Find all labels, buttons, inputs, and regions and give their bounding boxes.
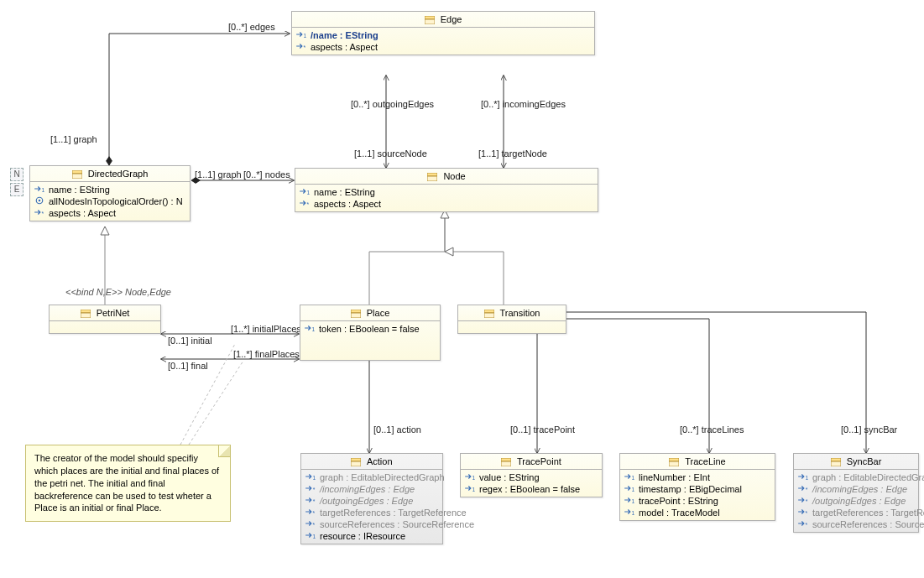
- class-directedgraph[interactable]: DirectedGraph 1name : EStringallNodesInT…: [29, 165, 191, 221]
- class-place-attrs: 1token : EBoolean = false: [300, 321, 440, 360]
- class-action[interactable]: Action 1graph : EditableDirectedGraph*/i…: [300, 453, 443, 544]
- class-icon: [484, 310, 494, 318]
- label-graph-left: [1..1] graph: [195, 169, 242, 180]
- attr-row: allNodesInTopologicalOrder() : N: [34, 195, 186, 207]
- svg-text:*: *: [806, 498, 808, 504]
- attr-text: aspects : Aspect: [314, 199, 381, 209]
- class-node[interactable]: Node 1name : EString*aspects : Aspect: [295, 168, 598, 212]
- svg-text:*: *: [307, 201, 310, 207]
- svg-text:*: *: [313, 522, 316, 528]
- svg-text:1: 1: [806, 475, 809, 481]
- svg-rect-29: [501, 458, 511, 461]
- attr-text: /outgoingEdges : Edge: [320, 496, 413, 506]
- reference-icon: 1: [624, 484, 635, 494]
- attr-text: lineNumber : EInt: [639, 472, 710, 482]
- class-tracepoint[interactable]: TracePoint 1value : EString1regex : EBoo…: [460, 453, 603, 497]
- attr-row: *aspects : Aspect: [299, 198, 594, 210]
- attr-text: /outgoingEdges : Edge: [812, 496, 906, 506]
- class-action-attrs: 1graph : EditableDirectedGraph*/incoming…: [301, 470, 442, 544]
- side-tabs: N E: [10, 168, 23, 196]
- class-transition[interactable]: Transition: [457, 305, 566, 334]
- reference-icon: *: [295, 42, 307, 52]
- class-icon: [81, 310, 91, 318]
- label-edges: [0..*] edges: [228, 22, 275, 32]
- attr-row: */incomingEdges : Edge: [305, 483, 439, 495]
- label-nodes: [0..*] nodes: [243, 169, 290, 180]
- svg-rect-14: [81, 310, 91, 313]
- reference-icon: 1: [624, 496, 635, 506]
- side-tab-e[interactable]: E: [10, 183, 23, 196]
- attr-row: 1timestamp : EBigDecimal: [624, 483, 771, 495]
- note-text: The creator of the model should specifiy…: [34, 453, 219, 513]
- svg-text:1: 1: [42, 187, 45, 193]
- attr-text: targetReferences : TargetReference: [812, 508, 924, 518]
- reference-icon: 1: [624, 472, 635, 482]
- reference-icon: 1: [797, 472, 809, 482]
- class-petrinet[interactable]: PetriNet: [49, 305, 161, 334]
- svg-rect-40: [831, 461, 841, 466]
- label-graph-top: [1..1] graph: [50, 134, 97, 144]
- attr-row: 1value : EString: [464, 471, 598, 483]
- reference-icon: 1: [295, 30, 307, 40]
- label-tracePoint: [0..1] tracePoint: [510, 424, 575, 435]
- svg-text:1: 1: [313, 534, 316, 539]
- attr-row: 1graph : EditableDirectedGraph: [797, 471, 915, 483]
- class-edge[interactable]: Edge 1/name : EString*aspects : Aspect: [291, 11, 595, 55]
- svg-rect-20: [484, 313, 494, 318]
- note[interactable]: The creator of the model should specifiy…: [25, 445, 231, 522]
- svg-text:*: *: [304, 44, 306, 50]
- class-action-name: Action: [367, 456, 393, 466]
- attr-row: *aspects : Aspect: [295, 41, 591, 53]
- class-icon: [427, 173, 437, 181]
- svg-rect-5: [72, 174, 82, 179]
- class-tracepoint-title: TracePoint: [461, 454, 602, 470]
- svg-text:*: *: [806, 487, 808, 492]
- svg-rect-30: [501, 461, 511, 466]
- reference-icon: *: [305, 496, 316, 506]
- attr-text: /incomingEdges : Edge: [812, 484, 907, 494]
- attr-row: *targetReferences : TargetReference: [797, 507, 915, 518]
- svg-text:*: *: [806, 522, 808, 528]
- attr-text: regex : EBoolean = false: [479, 484, 580, 494]
- attr-row: */outgoingEdges : Edge: [797, 495, 915, 507]
- svg-rect-0: [425, 16, 435, 19]
- svg-text:*: *: [313, 487, 316, 492]
- attr-text: graph : EditableDirectedGraph: [320, 472, 445, 482]
- reference-icon: *: [797, 484, 809, 494]
- svg-rect-33: [669, 458, 679, 461]
- reference-icon: *: [797, 508, 809, 518]
- label-outgoingEdges: [0..*] outgoingEdges: [351, 99, 434, 109]
- label-syncBar: [0..1] syncBar: [841, 424, 897, 435]
- class-node-title: Node: [295, 169, 598, 185]
- class-edge-attrs: 1/name : EString*aspects : Aspect: [292, 28, 594, 55]
- class-syncbar-attrs: 1graph : EditableDirectedGraph*/incoming…: [794, 470, 918, 532]
- attr-text: name : EString: [49, 185, 110, 195]
- attr-text: targetReferences : TargetReference: [320, 508, 467, 518]
- svg-text:1: 1: [472, 475, 476, 481]
- svg-rect-19: [484, 310, 494, 313]
- attr-row: */outgoingEdges : Edge: [305, 495, 439, 507]
- svg-rect-39: [831, 458, 841, 461]
- attr-text: aspects : Aspect: [49, 208, 116, 218]
- class-place[interactable]: Place 1token : EBoolean = false: [300, 305, 441, 361]
- attr-row: 1name : EString: [34, 184, 186, 195]
- attr-text: tracePoint : EString: [639, 496, 718, 506]
- label-action: [0..1] action: [373, 424, 421, 435]
- label-traceLines: [0..*] traceLines: [680, 424, 744, 435]
- attr-row: */incomingEdges : Edge: [797, 483, 915, 495]
- side-tab-n[interactable]: N: [10, 168, 23, 181]
- class-tracepoint-name: TracePoint: [517, 456, 561, 466]
- class-syncbar[interactable]: SyncBar 1graph : EditableDirectedGraph*/…: [793, 453, 919, 533]
- reference-icon: 1: [464, 472, 476, 482]
- class-icon: [501, 458, 511, 466]
- class-icon: [669, 458, 679, 466]
- label-initialPlaces: [1..*] initialPlaces: [231, 324, 301, 334]
- attr-text: name : EString: [314, 187, 375, 197]
- label-final: [0..1] final: [168, 361, 208, 371]
- class-icon: [831, 458, 841, 466]
- reference-icon: *: [305, 519, 316, 529]
- class-traceline[interactable]: TraceLine 1lineNumber : EInt1timestamp :…: [619, 453, 775, 521]
- attr-row: 1/name : EString: [295, 29, 591, 41]
- attr-row: 1model : TraceModel: [624, 507, 771, 518]
- svg-rect-11: [427, 176, 437, 181]
